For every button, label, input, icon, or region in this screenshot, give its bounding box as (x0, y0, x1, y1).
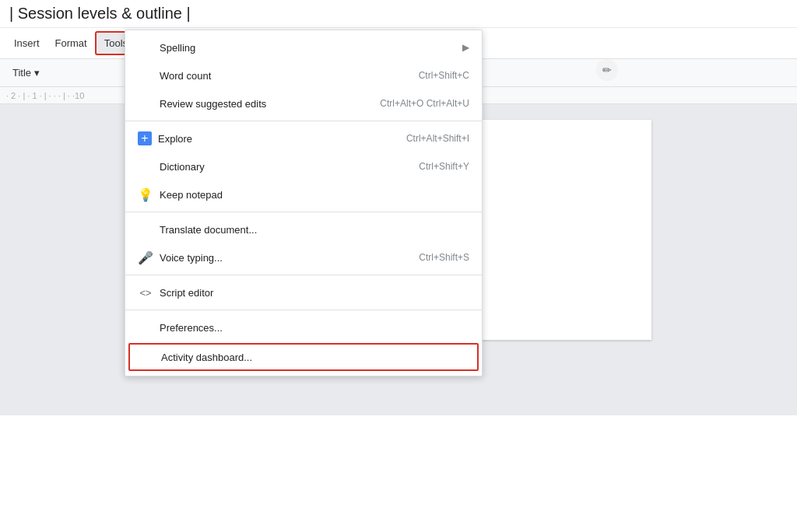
edit-pencil-icon[interactable]: ✏ (596, 59, 618, 81)
preferences-label: Preferences... (160, 322, 469, 334)
review-edits-shortcut: Ctrl+Alt+O Ctrl+Alt+U (380, 98, 469, 109)
menu-item-keep-notepad[interactable]: 💡 Keep notepad (125, 180, 482, 208)
spelling-label: Spelling (160, 42, 462, 54)
page-container: | Session levels & outline | Insert Form… (0, 0, 797, 532)
menu-item-explore[interactable]: + Explore Ctrl+Alt+Shift+I (125, 124, 482, 152)
review-edits-label: Review suggested edits (160, 98, 380, 110)
voice-typing-label: Voice typing... (160, 252, 419, 264)
separator-1 (125, 121, 482, 121)
menu-item-dictionary[interactable]: Dictionary Ctrl+Shift+Y (125, 152, 482, 180)
translate-label: Translate document... (160, 224, 469, 236)
style-dropdown[interactable]: Title ▾ (6, 64, 46, 82)
review-edits-icon (138, 96, 153, 111)
microphone-icon: 🎤 (138, 250, 153, 265)
explore-label: Explore (158, 133, 406, 145)
activity-dashboard-label: Activity dashboard... (161, 352, 468, 363)
separator-3 (125, 275, 482, 275)
word-count-shortcut: Ctrl+Shift+C (419, 70, 469, 81)
menu-item-review-edits[interactable]: Review suggested edits Ctrl+Alt+O Ctrl+A… (125, 89, 482, 117)
page-title: | Session levels & outline | (9, 5, 191, 23)
tools-dropdown-overlay: Spelling ▶ Word count Ctrl+Shift+C Revie… (125, 30, 483, 376)
dictionary-icon (138, 159, 153, 174)
dictionary-shortcut: Ctrl+Shift+Y (419, 161, 469, 172)
translate-icon (138, 222, 153, 237)
word-count-icon (138, 68, 153, 83)
tools-dropdown-menu: Spelling ▶ Word count Ctrl+Shift+C Revie… (125, 30, 483, 376)
word-count-label: Word count (160, 70, 419, 82)
keep-notepad-icon: 💡 (138, 187, 153, 202)
menu-item-preferences[interactable]: Preferences... (125, 313, 482, 341)
keep-notepad-label: Keep notepad (160, 189, 469, 201)
spelling-icon (138, 40, 153, 55)
menu-item-spelling[interactable]: Spelling ▶ (125, 33, 482, 61)
preferences-icon (138, 320, 153, 335)
explore-icon: + (138, 131, 152, 145)
menu-item-insert[interactable]: Insert (6, 33, 47, 54)
menu-item-word-count[interactable]: Word count Ctrl+Shift+C (125, 61, 482, 89)
menu-item-translate[interactable]: Translate document... (125, 215, 482, 243)
explore-shortcut: Ctrl+Alt+Shift+I (406, 133, 469, 144)
separator-2 (125, 212, 482, 212)
voice-typing-shortcut: Ctrl+Shift+S (419, 252, 469, 263)
style-dropdown-label: Title (12, 67, 31, 79)
menu-item-voice-typing[interactable]: 🎤 Voice typing... Ctrl+Shift+S (125, 243, 482, 271)
menu-item-activity-dashboard[interactable]: Activity dashboard... (128, 343, 479, 371)
chevron-down-icon: ▾ (34, 67, 40, 79)
script-editor-label: Script editor (160, 287, 469, 299)
dictionary-label: Dictionary (160, 161, 419, 173)
spelling-arrow-icon: ▶ (462, 42, 469, 53)
menu-item-script-editor[interactable]: <> Script editor (125, 278, 482, 306)
activity-dashboard-icon (139, 349, 155, 365)
code-icon: <> (138, 285, 153, 300)
menu-item-format[interactable]: Format (47, 33, 95, 54)
separator-4 (125, 310, 482, 310)
page-header: | Session levels & outline | (0, 0, 797, 28)
